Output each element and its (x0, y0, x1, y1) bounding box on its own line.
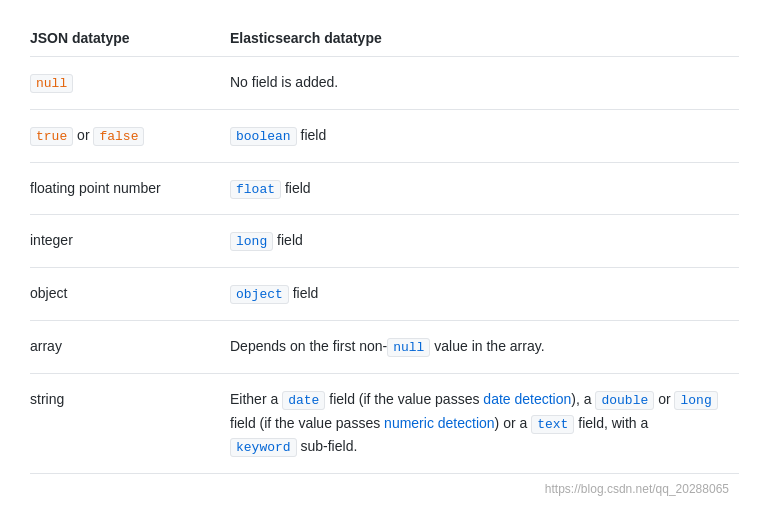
table-row: array Depends on the first non-null valu… (30, 320, 739, 373)
date-code: date (282, 391, 325, 410)
main-container: JSON datatype Elasticsearch datatype nul… (0, 0, 769, 516)
date-detection-link[interactable]: date detection (483, 391, 571, 407)
datatype-table: JSON datatype Elasticsearch datatype nul… (30, 20, 739, 474)
object-code: object (230, 285, 289, 304)
watermark: https://blog.csdn.net/qq_20288065 (30, 482, 739, 496)
numeric-detection-link[interactable]: numeric detection (384, 415, 495, 431)
es-type-null: No field is added. (230, 57, 739, 110)
header-es: Elasticsearch datatype (230, 20, 739, 57)
json-type-boolean: true or false (30, 109, 230, 162)
es-type-array: Depends on the first non-null value in t… (230, 320, 739, 373)
es-type-float: float field (230, 162, 739, 215)
es-type-integer: long field (230, 215, 739, 268)
es-type-boolean: boolean field (230, 109, 739, 162)
object-field-text: field (293, 285, 319, 301)
header-json: JSON datatype (30, 20, 230, 57)
boolean-code: boolean (230, 127, 297, 146)
es-type-object: object field (230, 268, 739, 321)
null-code: null (30, 74, 73, 93)
table-row: floating point number float field (30, 162, 739, 215)
double-code: double (595, 391, 654, 410)
long-string-code: long (674, 391, 717, 410)
json-type-object: object (30, 268, 230, 321)
keyword-code: keyword (230, 438, 297, 457)
table-row: string Either a date field (if the value… (30, 373, 739, 473)
table-row: object object field (30, 268, 739, 321)
float-code: float (230, 180, 281, 199)
null-array-code: null (387, 338, 430, 357)
long-field-text: field (277, 232, 303, 248)
json-type-float: floating point number (30, 162, 230, 215)
json-type-string: string (30, 373, 230, 473)
table-row: null No field is added. (30, 57, 739, 110)
text-code: text (531, 415, 574, 434)
long-code: long (230, 232, 273, 251)
or-text: or (77, 127, 93, 143)
false-code: false (93, 127, 144, 146)
json-type-null: null (30, 57, 230, 110)
true-code: true (30, 127, 73, 146)
table-row: true or false boolean field (30, 109, 739, 162)
json-type-array: array (30, 320, 230, 373)
float-field-text: field (285, 180, 311, 196)
json-type-integer: integer (30, 215, 230, 268)
table-row: integer long field (30, 215, 739, 268)
es-type-string: Either a date field (if the value passes… (230, 373, 739, 473)
boolean-field-text: field (301, 127, 327, 143)
